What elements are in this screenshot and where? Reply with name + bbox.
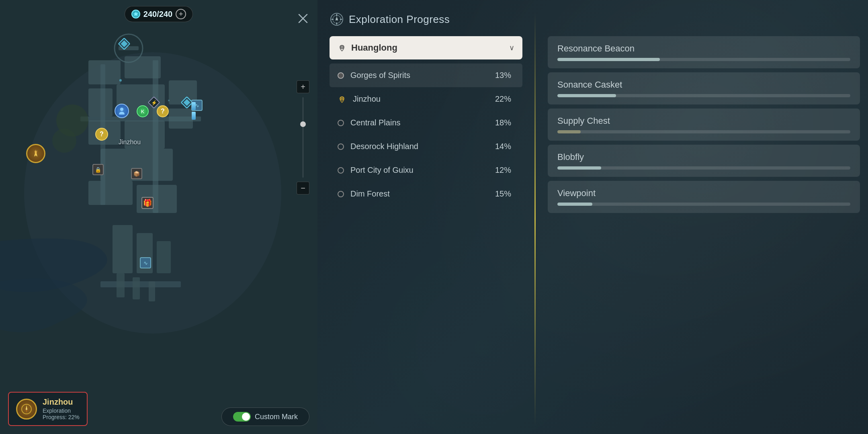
stat-name: Viewpoint: [557, 188, 850, 199]
svg-rect-14: [153, 60, 158, 213]
area-item[interactable]: Gorges of Spirits13%: [330, 63, 522, 87]
location-sub: Exploration Progress: 22%: [43, 407, 80, 420]
vertical-divider: [534, 12, 536, 426]
city-map-svg: [0, 0, 317, 434]
stat-bar-fill: [557, 58, 660, 61]
svg-point-26: [52, 129, 76, 153]
unknown-icon-2[interactable]: ?: [157, 105, 169, 117]
stats-section: Resonance BeaconSonance CasketSupply Che…: [548, 12, 860, 426]
location-name: Jinzhou: [43, 397, 80, 407]
map-bottom-bar: Jinzhou Exploration Progress: 22% Custom…: [0, 392, 317, 426]
stat-bar-fill: [557, 203, 592, 206]
unknown-icon-1[interactable]: ?: [95, 128, 108, 141]
stamina-value: 240/240: [143, 10, 172, 19]
beacon-icon-2[interactable]: ∿: [140, 257, 151, 268]
section-title: Exploration Progress: [349, 13, 450, 26]
area-dot: [338, 191, 344, 197]
zoom-out-button[interactable]: −: [297, 182, 309, 194]
stat-bar-background: [557, 58, 850, 61]
area-item[interactable]: Desorock Highland14%: [330, 135, 522, 158]
stamina-box: 240/240 +: [125, 6, 193, 22]
stat-name: Blobfly: [557, 152, 850, 162]
area-percent: 12%: [495, 166, 511, 175]
section-header: Exploration Progress: [330, 12, 522, 27]
svg-rect-13: [80, 117, 201, 121]
area-percent: 18%: [495, 118, 511, 127]
exploration-icon: [330, 12, 344, 27]
quest-icon[interactable]: K: [137, 105, 149, 117]
zoom-controls: + −: [297, 80, 309, 194]
stat-bar-background: [557, 203, 850, 206]
area-percent: 13%: [495, 71, 511, 80]
stat-item: Supply Chest: [548, 108, 860, 141]
area-item[interactable]: Port City of Guixu12%: [330, 158, 522, 182]
toggle-thumb: [242, 413, 250, 421]
chest-icon[interactable]: 🎁: [141, 197, 154, 209]
map-topbar: 240/240 +: [0, 6, 317, 22]
stat-bar-fill: [557, 166, 601, 170]
svg-point-45: [26, 408, 27, 410]
svg-point-28: [168, 100, 170, 101]
svg-point-56: [341, 98, 343, 99]
custom-mark-button[interactable]: Custom Mark: [221, 407, 309, 426]
stat-item: Resonance Beacon: [548, 36, 860, 68]
area-name: Central Plains: [350, 118, 489, 127]
stat-name: Resonance Beacon: [557, 43, 850, 54]
area-item[interactable]: Central Plains18%: [330, 111, 522, 135]
stamina-plus-button[interactable]: +: [176, 9, 186, 19]
close-map-icon[interactable]: [297, 12, 309, 28]
region-selector[interactable]: Huanglong ∨: [330, 36, 522, 59]
region-pin-icon: [338, 43, 346, 52]
location-card[interactable]: Jinzhou Exploration Progress: 22%: [8, 392, 88, 426]
stamina-icon: [131, 10, 140, 18]
area-name: Gorges of Spirits: [350, 71, 489, 80]
crystal-group: [192, 102, 196, 120]
right-panel: Exploration Progress Huanglong ∨ Gorges …: [317, 0, 868, 434]
area-item[interactable]: Dim Forest15%: [330, 182, 522, 206]
stat-bar-background: [557, 166, 850, 170]
map-panel: 240/240 + ⚡ K ?: [0, 0, 317, 434]
stat-bar-fill: [557, 94, 616, 97]
area-name: Desorock Highland: [350, 142, 489, 151]
svg-point-38: [120, 108, 123, 111]
location-compass-icon: [16, 399, 37, 420]
svg-rect-22: [149, 281, 155, 301]
svg-text:⚡: ⚡: [151, 100, 157, 106]
zoom-handle[interactable]: [300, 121, 306, 127]
zoom-slider[interactable]: [303, 97, 303, 178]
stat-item: Sonance Casket: [548, 72, 860, 104]
area-list: Gorges of Spirits13% Jinzhou22%Central P…: [330, 63, 522, 206]
svg-point-54: [341, 46, 343, 48]
area-item[interactable]: Jinzhou22%: [330, 87, 522, 111]
area-name: Jinzhou: [353, 94, 489, 104]
area-name: Port City of Guixu: [350, 166, 489, 175]
svg-point-27: [119, 79, 122, 82]
custom-mark-toggle[interactable]: [233, 412, 251, 422]
area-name: Dim Forest: [350, 189, 489, 199]
area-dot: [338, 143, 344, 150]
stat-bar-background: [557, 94, 850, 97]
svg-rect-16: [113, 225, 133, 273]
svg-text:K: K: [141, 108, 145, 115]
zoom-in-button[interactable]: +: [297, 80, 309, 93]
exploration-section: Exploration Progress Huanglong ∨ Gorges …: [330, 12, 522, 426]
svg-rect-20: [117, 273, 125, 297]
player-position-icon: [26, 144, 45, 163]
stat-bar-background: [557, 130, 850, 133]
locked-icon-2[interactable]: 📦: [131, 168, 142, 179]
locked-icon-1[interactable]: 🔒: [92, 164, 104, 175]
svg-rect-18: [157, 241, 171, 273]
svg-marker-29: [133, 12, 138, 16]
character-icon[interactable]: [115, 104, 129, 118]
svg-rect-12: [88, 181, 133, 205]
stat-item: Viewpoint: [548, 181, 860, 213]
stat-name: Sonance Casket: [557, 80, 850, 90]
region-chevron-icon: ∨: [509, 43, 514, 52]
region-name: Huanglong: [351, 43, 504, 53]
area-percent: 15%: [495, 189, 511, 199]
location-info: Jinzhou Exploration Progress: 22%: [43, 397, 80, 420]
stat-name: Supply Chest: [557, 116, 850, 126]
fast-travel-icon-1[interactable]: [117, 36, 132, 51]
svg-rect-21: [133, 277, 140, 299]
area-dot: [338, 72, 344, 79]
